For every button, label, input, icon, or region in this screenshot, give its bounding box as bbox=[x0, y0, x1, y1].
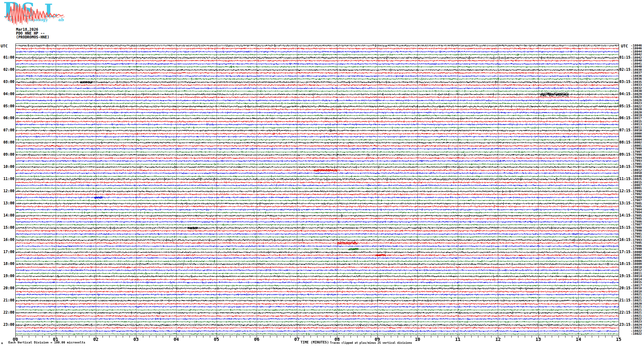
hour-label-right: 06:15 bbox=[619, 116, 632, 120]
x-tick-label: 14 bbox=[574, 337, 583, 342]
hour-label-right: 13:15 bbox=[619, 201, 632, 205]
x-tick-label: 10 bbox=[413, 337, 422, 342]
hour-label-left: 12:00 bbox=[0, 189, 14, 193]
x-tick-label: 04 bbox=[171, 337, 181, 342]
hour-label-right: 02:15 bbox=[619, 68, 632, 72]
helicorder-page: P atras S eismology L ab Mar18,2026 PDO … bbox=[0, 0, 644, 346]
hour-label-left: 10:00 bbox=[0, 165, 14, 169]
hour-label-right: 10:15 bbox=[619, 165, 632, 169]
hour-label-left: 15:00 bbox=[0, 226, 14, 230]
hour-label-left: 11:00 bbox=[0, 177, 14, 181]
hour-label-right: 15:15 bbox=[619, 226, 632, 230]
hour-label-right: 14:15 bbox=[619, 213, 632, 218]
hour-label-right: 21:15 bbox=[619, 298, 632, 302]
clip-note: Traces clipped at plus/minus 25 vertical… bbox=[330, 341, 412, 344]
utc-left-label: UTC bbox=[1, 44, 8, 48]
x-tick-label: 03 bbox=[131, 337, 141, 342]
hour-label-right: 01:15 bbox=[619, 55, 632, 60]
hour-label-left: 06:00 bbox=[0, 116, 14, 120]
hour-label-right: 19:15 bbox=[619, 274, 632, 278]
hour-label-left: 05:00 bbox=[0, 104, 14, 108]
hour-label-left: 16:00 bbox=[0, 238, 14, 242]
hour-label-left: 14:00 bbox=[0, 213, 14, 218]
x-tick-label: 11 bbox=[453, 337, 463, 342]
hour-label-left: 20:00 bbox=[0, 286, 14, 290]
hour-label-right: 16:15 bbox=[619, 238, 632, 242]
trace-offset-value: -18022 bbox=[631, 332, 644, 335]
hour-label-right: 23:15 bbox=[619, 323, 632, 327]
station-name-label: (PRODROMOS-HNE) bbox=[16, 35, 49, 39]
hour-label-right: 09:15 bbox=[619, 152, 632, 157]
hour-label-right: 20:15 bbox=[619, 286, 632, 290]
logo-seismic-wave-icon bbox=[3, 1, 65, 26]
scale-note: Each Vertical Division = 100.00 microvol… bbox=[8, 341, 85, 344]
hour-label-left: 23:00 bbox=[0, 323, 14, 327]
hour-label-left: 01:00 bbox=[0, 55, 14, 60]
hour-label-left: 09:00 bbox=[0, 152, 14, 157]
hour-label-left: 18:00 bbox=[0, 262, 14, 266]
hour-label-right: 04:15 bbox=[619, 92, 632, 96]
seismogram-plot bbox=[15, 44, 619, 339]
utc-right-label: UTC bbox=[621, 44, 628, 48]
hour-label-right: 12:15 bbox=[619, 189, 632, 193]
hour-label-left: 08:00 bbox=[0, 140, 14, 144]
hour-label-right: 08:15 bbox=[619, 140, 632, 144]
hour-label-left: 21:00 bbox=[0, 298, 14, 302]
x-tick-label: 13 bbox=[533, 337, 543, 342]
hour-label-right: 07:15 bbox=[619, 128, 632, 132]
x-tick-label: 06 bbox=[252, 337, 261, 342]
hour-label-left: 07:00 bbox=[0, 128, 14, 132]
hour-label-right: 22:15 bbox=[619, 310, 632, 315]
hour-label-left: 04:00 bbox=[0, 92, 14, 96]
x-tick-label: 05 bbox=[212, 337, 221, 342]
hour-label-left: 22:00 bbox=[0, 310, 14, 315]
hour-label-right: 03:15 bbox=[619, 80, 632, 84]
psl-logo: P atras S eismology L ab bbox=[3, 1, 65, 26]
hour-label-left: 02:00 bbox=[0, 68, 14, 72]
x-tick-label: 02 bbox=[91, 337, 101, 342]
hour-label-right: 11:15 bbox=[619, 177, 632, 181]
hour-label-right: 18:15 bbox=[619, 262, 632, 266]
hour-label-left: 17:00 bbox=[0, 250, 14, 254]
x-axis-title: TIME (MINUTES) bbox=[301, 340, 329, 344]
footer-glyph: m bbox=[1, 342, 3, 345]
hour-label-right: 05:15 bbox=[619, 104, 632, 108]
hour-label-left: 19:00 bbox=[0, 274, 14, 278]
x-tick-label: 15 bbox=[614, 337, 623, 342]
hour-label-right: 17:15 bbox=[619, 250, 632, 254]
hour-label-left: 03:00 bbox=[0, 80, 14, 84]
hour-label-left: 13:00 bbox=[0, 201, 14, 205]
x-tick-label: 12 bbox=[493, 337, 503, 342]
